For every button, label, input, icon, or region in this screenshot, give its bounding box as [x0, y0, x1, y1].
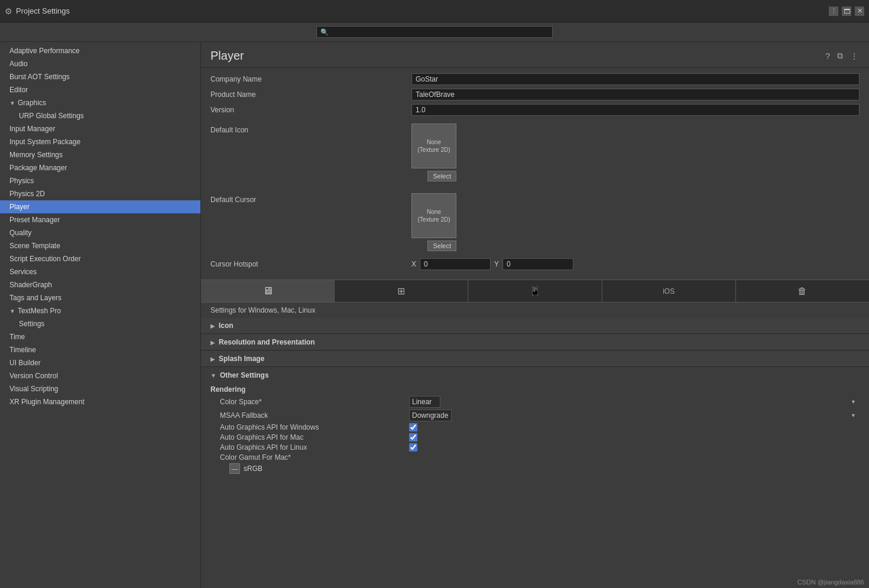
default-cursor-select-btn[interactable]: Select [427, 241, 456, 251]
auto-graphics-mac-label: Auto Graphics API for Mac [220, 433, 409, 441]
tab-webgl[interactable]: ⊞ [335, 280, 468, 302]
product-name-row: Product Name [210, 88, 860, 101]
sidebar-label: Visual Scripting [9, 385, 59, 393]
sidebar-item-physics2d[interactable]: Physics 2D [0, 187, 200, 200]
sidebar-item-preset[interactable]: Preset Manager [0, 213, 200, 226]
tab-ios[interactable]: iOS [602, 280, 736, 302]
sidebar-item-physics[interactable]: Physics [0, 174, 200, 187]
color-gamut-row: Color Gamut For Mac* [210, 453, 860, 462]
hotspot-y-label: Y [494, 260, 499, 268]
srgb-label: sRGB [244, 464, 262, 473]
sidebar-item-tags[interactable]: Tags and Layers [0, 291, 200, 304]
auto-graphics-mac-row: Auto Graphics API for Mac [210, 433, 860, 441]
auto-graphics-linux-checkbox[interactable] [409, 443, 417, 451]
company-name-input[interactable] [411, 73, 860, 85]
sidebar-label: Scene Template [9, 242, 60, 250]
hotspot-y-input[interactable] [502, 258, 573, 270]
sidebar-item-graphics[interactable]: ▼ Graphics [0, 96, 200, 109]
sidebar-label: Time [9, 333, 25, 341]
webgl-icon: ⊞ [397, 285, 405, 297]
sidebar-item-shadergraph[interactable]: ShaderGraph [0, 278, 200, 291]
layout-btn[interactable]: ⧉ [836, 50, 844, 62]
msaa-row: MSAA Fallback Downgrade None [210, 410, 860, 421]
sidebar-item-script-execution[interactable]: Script Execution Order [0, 252, 200, 265]
main-layout: Adaptive Performance Audio Burst AOT Set… [0, 42, 869, 588]
sidebar-item-visual-scripting[interactable]: Visual Scripting [0, 382, 200, 395]
sidebar-item-quality[interactable]: Quality [0, 226, 200, 239]
auto-graphics-windows-checkbox[interactable] [409, 423, 417, 431]
sidebar-item-version-control[interactable]: Version Control [0, 369, 200, 382]
more-options-btn[interactable]: ⋮ [829, 7, 838, 16]
sidebar-label: Adaptive Performance [9, 47, 80, 55]
desktop-icon: 🖥 [262, 285, 273, 297]
search-bar: 🔍 [0, 22, 869, 42]
section-icon[interactable]: ▶ Icon [201, 318, 869, 334]
default-icon-row: Default Icon None(Texture 2D) Select [210, 119, 860, 186]
color-space-select[interactable]: Linear Gamma [409, 396, 440, 408]
sidebar-label: Script Execution Order [9, 255, 81, 263]
default-icon-section: None(Texture 2D) Select [411, 124, 456, 181]
section-arrow-icon: ▶ [210, 339, 215, 346]
tab-tvos[interactable]: 🗑 [736, 280, 869, 302]
version-row: Version [210, 103, 860, 116]
company-name-row: Company Name [210, 73, 860, 86]
close-btn[interactable]: ✕ [855, 7, 864, 16]
form-section: Company Name Product Name Version Defaul… [201, 68, 869, 280]
section-arrow-icon: ▶ [210, 323, 215, 329]
default-cursor-none-text: None(Texture 2D) [417, 208, 450, 223]
section-splash[interactable]: ▶ Splash Image [201, 351, 869, 367]
other-settings-header[interactable]: ▼ Other Settings [210, 371, 860, 379]
content-area: Player ? ⧉ ⋮ Company Name Product Name V… [201, 42, 869, 588]
sidebar-label: Package Manager [9, 164, 67, 172]
sidebar-item-player[interactable]: Player [0, 200, 200, 213]
srgb-row: — sRGB [210, 463, 860, 474]
search-input[interactable] [331, 28, 549, 36]
sidebar-item-package[interactable]: Package Manager [0, 161, 200, 174]
sidebar-item-burst-aot[interactable]: Burst AOT Settings [0, 70, 200, 83]
sidebar-label: Input System Package [9, 138, 80, 146]
version-input[interactable] [411, 104, 860, 116]
sidebar-label: Services [9, 268, 37, 276]
sidebar-item-ui-builder[interactable]: UI Builder [0, 356, 200, 369]
sidebar-item-urp-global[interactable]: URP Global Settings [0, 109, 200, 122]
section-resolution[interactable]: ▶ Resolution and Presentation [201, 334, 869, 350]
sidebar-item-input-system[interactable]: Input System Package [0, 135, 200, 148]
android-icon: 📱 [529, 285, 541, 297]
sidebar-label: Memory Settings [9, 151, 63, 159]
title-bar: ⚙ Project Settings ⋮ 🗖 ✕ [0, 0, 869, 22]
sidebar-label: Audio [9, 60, 28, 68]
sidebar-item-input-manager[interactable]: Input Manager [0, 122, 200, 135]
sidebar-item-editor[interactable]: Editor [0, 83, 200, 96]
tab-desktop[interactable]: 🖥 [201, 280, 335, 302]
default-cursor-label: Default Cursor [210, 193, 411, 204]
maximize-btn[interactable]: 🗖 [842, 7, 851, 16]
sidebar-item-timeline[interactable]: Timeline [0, 343, 200, 356]
sidebar-label: Graphics [18, 99, 46, 107]
sidebar-item-textmesh-settings[interactable]: Settings [0, 317, 200, 330]
auto-graphics-mac-checkbox[interactable] [409, 433, 417, 441]
cursor-hotspot-fields: X Y [411, 258, 860, 270]
sidebar-item-time[interactable]: Time [0, 330, 200, 343]
more-btn[interactable]: ⋮ [849, 50, 860, 62]
other-settings-title: Other Settings [220, 371, 269, 379]
sidebar-item-audio[interactable]: Audio [0, 57, 200, 70]
sidebar-item-adaptive-performance[interactable]: Adaptive Performance [0, 44, 200, 57]
hotspot-x-input[interactable] [420, 258, 491, 270]
tab-android[interactable]: 📱 [468, 280, 602, 302]
header-icons: ? ⧉ ⋮ [824, 50, 860, 62]
title-bar-controls: ⋮ 🗖 ✕ [829, 7, 864, 16]
sidebar-item-memory[interactable]: Memory Settings [0, 148, 200, 161]
tvos-icon: 🗑 [797, 286, 807, 297]
sidebar-item-scene-template[interactable]: Scene Template [0, 239, 200, 252]
msaa-select-wrapper: Downgrade None [409, 410, 860, 421]
sidebar-label: Version Control [9, 372, 58, 380]
remove-srgb-btn[interactable]: — [229, 463, 240, 474]
sidebar-item-xr-plugin[interactable]: XR Plugin Management [0, 395, 200, 408]
sidebar-item-textmesh[interactable]: ▼ TextMesh Pro [0, 304, 200, 317]
sidebar-item-services[interactable]: Services [0, 265, 200, 278]
default-icon-preview: None(Texture 2D) [411, 124, 456, 168]
default-icon-select-btn[interactable]: Select [427, 171, 456, 181]
help-btn[interactable]: ? [824, 50, 831, 62]
msaa-select[interactable]: Downgrade None [409, 410, 452, 421]
product-name-input[interactable] [411, 89, 860, 100]
